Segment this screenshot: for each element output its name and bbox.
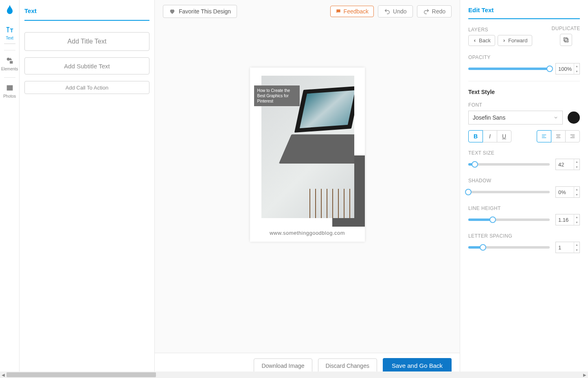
scroll-track[interactable] [7, 371, 581, 378]
letter-spacing-input[interactable]: 1 ▲▼ [555, 242, 580, 253]
shapes-icon [5, 56, 14, 65]
spin-up[interactable]: ▲ [574, 159, 579, 164]
favorite-label: Favorite This Design [179, 8, 231, 15]
duplicate-button[interactable] [560, 34, 572, 46]
iconbar-elements[interactable]: Elements [0, 52, 20, 76]
shadow-slider[interactable] [468, 191, 550, 193]
text-size-slider[interactable] [468, 163, 550, 166]
add-cta-button[interactable]: Add Call To Action [24, 81, 149, 94]
iconbar-separator [4, 50, 15, 50]
line-height-block: LINE HEIGHT 1.16 ▲▼ [468, 204, 580, 225]
spin-down[interactable]: ▼ [574, 247, 579, 253]
spin-up[interactable]: ▲ [574, 187, 579, 192]
discard-changes-button[interactable]: Discard Changes [318, 358, 377, 373]
horizontal-scrollbar[interactable]: ◀ ▶ [0, 371, 588, 378]
line-height-label: LINE HEIGHT [468, 205, 501, 211]
letter-spacing-label: LETTER SPACING [468, 233, 512, 239]
top-toolbar: Favorite This Design Feedback Undo Redo [155, 0, 460, 23]
opacity-label: OPACITY [468, 55, 491, 60]
shadow-value: 0% [558, 189, 566, 195]
table-legs [309, 189, 354, 218]
align-right-icon [570, 133, 575, 139]
comment-icon [336, 9, 341, 14]
image-icon [5, 83, 14, 92]
line-height-slider[interactable] [468, 218, 550, 221]
line-height-value: 1.16 [558, 217, 568, 223]
feedback-button[interactable]: Feedback [330, 6, 374, 17]
canvas-headline-text[interactable]: How to Create the Best Graphics for Pint… [254, 85, 300, 106]
iconbar-text[interactable]: Text [0, 21, 20, 48]
svg-rect-2 [565, 39, 568, 42]
align-center-toggle[interactable] [551, 130, 566, 142]
left-panel-title: Text [24, 7, 149, 21]
canvas-url-text[interactable]: www.somethinggoodblog.com [250, 230, 365, 236]
font-select[interactable]: Josefin Sans [468, 111, 563, 125]
spin-down[interactable]: ▼ [574, 164, 579, 170]
save-and-go-back-button[interactable]: Save and Go Back [383, 358, 452, 373]
align-toggle-group [537, 130, 580, 142]
iconbar-photos-label: Photos [3, 94, 16, 98]
underline-toggle[interactable]: U [497, 130, 511, 142]
text-size-value: 42 [558, 162, 564, 168]
right-panel: Edit Text LAYERS Back Forward DUPLICAT [460, 0, 588, 378]
left-panel: Text Add Title Text Add Subtitle Text Ad… [20, 0, 155, 378]
iconbar-separator [4, 77, 15, 78]
text-size-label: TEXT SIZE [468, 150, 494, 156]
text-format-row: B I U [468, 130, 580, 142]
text-color-swatch[interactable] [568, 111, 580, 124]
opacity-value: 100% [558, 66, 572, 72]
laptop-keyboard [279, 134, 354, 164]
text-size-block: TEXT SIZE 42 ▲▼ [468, 149, 580, 170]
style-toggle-group: B I U [468, 130, 511, 142]
undo-label: Undo [393, 8, 406, 15]
spin-up[interactable]: ▲ [574, 242, 579, 247]
scroll-thumb[interactable] [7, 372, 156, 377]
spin-down[interactable]: ▼ [574, 220, 579, 225]
spin-up[interactable]: ▲ [574, 63, 579, 69]
favorite-button[interactable]: Favorite This Design [163, 5, 237, 18]
spin-up[interactable]: ▲ [574, 214, 579, 220]
canvas-wrap[interactable]: How to Create the Best Graphics for Pint… [155, 23, 460, 353]
app-root: Text Elements Photos Text Add Title Text… [0, 0, 588, 378]
italic-toggle[interactable]: I [483, 130, 497, 142]
line-height-input[interactable]: 1.16 ▲▼ [555, 214, 580, 225]
svg-rect-1 [10, 61, 13, 63]
design-canvas[interactable]: How to Create the Best Graphics for Pint… [250, 68, 365, 242]
font-name: Josefin Sans [473, 114, 505, 121]
text-size-input[interactable]: 42 ▲▼ [555, 159, 580, 170]
scroll-right-arrow[interactable]: ▶ [581, 371, 588, 378]
bold-toggle[interactable]: B [468, 130, 483, 142]
redo-label: Redo [432, 8, 445, 15]
chevron-down-icon [553, 115, 558, 120]
opacity-slider[interactable] [468, 68, 550, 70]
scroll-left-arrow[interactable]: ◀ [0, 371, 7, 378]
layer-forward-button[interactable]: Forward [498, 35, 532, 46]
svg-rect-3 [564, 38, 567, 41]
iconbar-text-label: Text [6, 36, 13, 40]
divider [468, 81, 580, 81]
align-right-toggle[interactable] [565, 130, 580, 142]
undo-button[interactable]: Undo [378, 5, 412, 17]
shadow-input[interactable]: 0% ▲▼ [555, 186, 580, 198]
layer-back-button[interactable]: Back [468, 35, 495, 46]
app-logo[interactable] [4, 4, 15, 15]
download-image-button[interactable]: Download Image [254, 358, 312, 373]
add-title-text-button[interactable]: Add Title Text [24, 32, 149, 51]
text-style-title: Text Style [468, 89, 580, 95]
spin-down[interactable]: ▼ [574, 69, 579, 74]
shadow-block: SHADOW 0% ▲▼ [468, 177, 580, 198]
align-left-toggle[interactable] [537, 130, 551, 142]
opacity-input[interactable]: 100% ▲▼ [555, 63, 580, 74]
redo-icon [423, 8, 430, 15]
layer-forward-label: Forward [508, 37, 528, 44]
add-subtitle-text-button[interactable]: Add Subtitle Text [24, 57, 149, 74]
laptop-screen [294, 86, 354, 133]
spin-down[interactable]: ▼ [574, 192, 579, 197]
opacity-block: OPACITY 100% ▲▼ [468, 53, 580, 74]
redo-button[interactable]: Redo [417, 5, 452, 17]
undo-icon [384, 8, 391, 15]
font-label: FONT [468, 102, 482, 108]
iconbar-photos[interactable]: Photos [0, 79, 20, 103]
letter-spacing-block: LETTER SPACING 1 ▲▼ [468, 232, 580, 253]
letter-spacing-slider[interactable] [468, 246, 550, 249]
